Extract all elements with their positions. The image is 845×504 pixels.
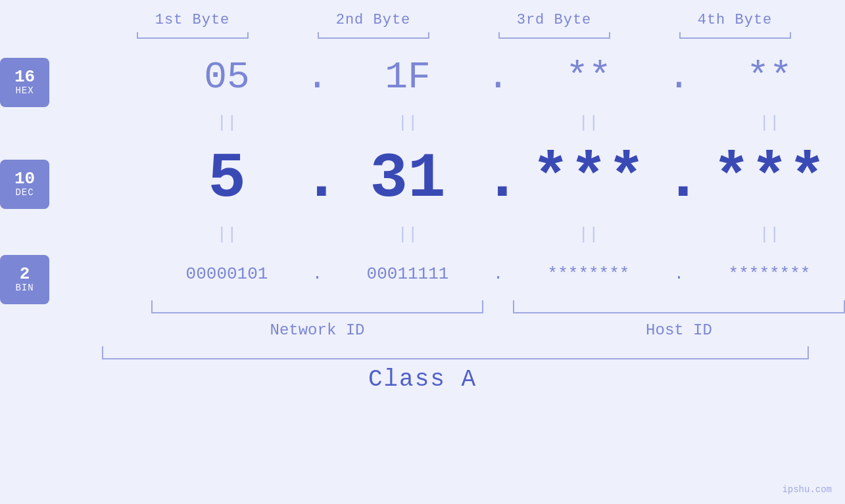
bracket-line-2 (318, 37, 429, 39)
underline-row (49, 300, 845, 313)
dec-badge-number: 10 (14, 170, 35, 187)
content-wrapper: 16 HEX 10 DEC 2 BIN (0, 44, 845, 346)
hex-row: 05 . 1F . ** . ** (49, 44, 845, 110)
class-label: Class A (368, 366, 477, 393)
byte-label-1: 1st Byte (102, 12, 283, 28)
dec-badge: 10 DEC (0, 160, 49, 209)
bin-b1: 00000101 (151, 264, 302, 284)
host-id-label: Host ID (513, 321, 845, 339)
bin-badge: 2 BIN (0, 255, 49, 304)
bracket-2 (283, 32, 464, 44)
bracket-3 (464, 32, 644, 44)
dec-b3: *** (513, 143, 664, 215)
eq2-b4: || (694, 225, 845, 244)
hex-badge-row: 16 HEX (0, 49, 49, 115)
hex-badge-number: 16 (14, 68, 35, 85)
hex-sep2: . (483, 56, 513, 99)
eq2-b3: || (513, 225, 664, 244)
hex-b3: ** (513, 56, 664, 99)
dec-sep1: . (302, 143, 332, 215)
eq2-b1: || (151, 225, 302, 244)
eq1-b1: || (151, 113, 302, 133)
byte-label-3: 3rd Byte (464, 12, 644, 28)
network-id-underline (151, 300, 483, 313)
bin-sep3: . (664, 264, 694, 284)
bin-badge-row: 2 BIN (0, 253, 49, 306)
equals-row-2: || || || || (49, 221, 845, 248)
bracket-row (0, 32, 845, 44)
hex-badge-label: HEX (15, 85, 34, 96)
host-id-underline (513, 300, 845, 313)
dec-b2: 31 (332, 143, 483, 215)
dec-b4: *** (694, 143, 845, 215)
eq1-b4: || (694, 113, 845, 133)
dec-sep2: . (483, 143, 513, 215)
class-underline (102, 346, 809, 359)
dec-sep3: . (664, 143, 694, 215)
bin-sep1: . (302, 264, 332, 284)
eq2-b2: || (332, 225, 483, 244)
underline-gap (483, 300, 513, 313)
dec-b1: 5 (151, 143, 302, 215)
dec-badge-label: DEC (15, 187, 34, 198)
labels-row: Network ID Host ID (49, 313, 845, 346)
hex-badge: 16 HEX (0, 58, 49, 107)
bin-sep2: . (483, 264, 513, 284)
network-id-label: Network ID (151, 321, 483, 339)
byte-labels-row: 1st Byte 2nd Byte 3rd Byte 4th Byte (0, 0, 845, 28)
eq1-b3: || (513, 113, 664, 133)
bracket-line-3 (498, 37, 610, 39)
bracket-4 (644, 32, 825, 44)
bin-row: 00000101 . 00011111 . ******** . *******… (49, 248, 845, 300)
dec-row: 5 . 31 . *** . *** (49, 136, 845, 221)
hex-sep1: . (302, 56, 332, 99)
byte-label-4: 4th Byte (644, 12, 825, 28)
hex-sep3: . (664, 56, 694, 99)
hex-b4: ** (694, 56, 845, 99)
class-row: Class A (0, 359, 845, 393)
eq1-b2: || (332, 113, 483, 133)
bracket-line-1 (137, 37, 249, 39)
data-rows: 05 . 1F . ** . ** || || || || 5 . (49, 44, 845, 346)
watermark: ipshu.com (782, 484, 832, 495)
hex-b2: 1F (332, 56, 483, 99)
hex-b1: 05 (151, 56, 302, 99)
main-container: 1st Byte 2nd Byte 3rd Byte 4th Byte 16 H… (0, 0, 845, 504)
equals-row-1: || || || || (49, 110, 845, 136)
bin-b2: 00011111 (332, 264, 483, 284)
bracket-1 (102, 32, 283, 44)
dec-badge-row: 10 DEC (0, 141, 49, 227)
bin-b4: ******** (694, 264, 845, 284)
bracket-line-4 (679, 37, 791, 39)
bin-b3: ******** (513, 264, 664, 284)
bin-badge-number: 2 (20, 265, 30, 283)
bin-badge-label: BIN (15, 283, 34, 293)
byte-label-2: 2nd Byte (283, 12, 464, 28)
badges-column: 16 HEX 10 DEC 2 BIN (0, 44, 49, 346)
class-section (0, 346, 845, 359)
